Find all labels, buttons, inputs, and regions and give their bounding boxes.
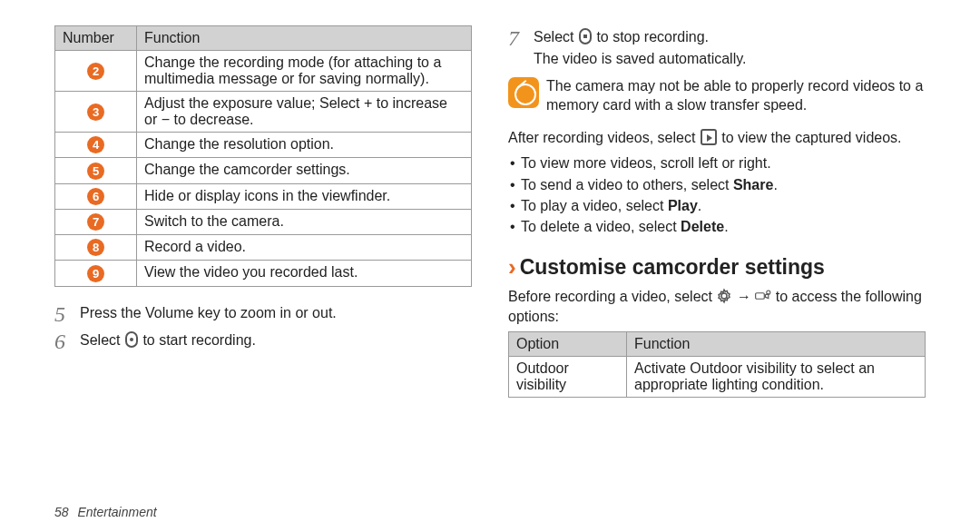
col-header-function: Function	[137, 26, 472, 51]
section-name: Entertainment	[77, 505, 156, 519]
row-badge: 5	[87, 163, 104, 180]
row-badge: 6	[87, 188, 104, 205]
page-footer: 58 Entertainment	[54, 505, 157, 519]
step-7: 7 Select to stop recording. The video is…	[508, 27, 926, 70]
row-badge: 3	[87, 103, 104, 121]
list-item: To delete a video, select Delete.	[508, 216, 926, 237]
row-badge: 4	[87, 136, 104, 153]
record-icon	[125, 331, 138, 348]
option-function: Activate Outdoor visibility to select an…	[627, 357, 926, 398]
note-callout: The camera may not be able to properly r…	[508, 77, 926, 115]
heading-intro: Before recording a video, select → to ac…	[508, 287, 926, 326]
table-row: 8 Record a video.	[55, 235, 472, 261]
step-5: 5 Press the Volume key to zoom in or out…	[54, 303, 472, 325]
page-number: 58	[54, 505, 69, 519]
row-badge: 2	[87, 63, 104, 80]
section-heading: ›Customise camcorder settings	[508, 253, 926, 281]
table-row: Outdoor visibility Activate Outdoor visi…	[509, 357, 926, 398]
table-row: 9 View the video you recorded last.	[55, 261, 472, 286]
function-table: Number Function 2 Change the recording m…	[54, 25, 472, 287]
row-function: View the video you recorded last.	[137, 261, 472, 286]
row-badge: 7	[87, 213, 104, 231]
row-function: Hide or display icons in the viewfinder.	[137, 183, 472, 209]
table-row: 2 Change the recording mode (for attachi…	[55, 51, 472, 92]
step-6: 6 Select to start recording.	[54, 330, 472, 352]
table-row: 7 Switch to the camera.	[55, 209, 472, 234]
list-item: To send a video to others, select Share.	[508, 174, 926, 195]
step-text-line2: The video is saved automatically.	[534, 49, 926, 69]
row-function: Change the camcorder settings.	[137, 158, 472, 183]
after-recording-text: After recording videos, select to view t…	[508, 128, 926, 148]
step-number: 5	[54, 303, 71, 325]
stop-icon	[579, 28, 592, 44]
camcorder-gear-icon	[755, 288, 771, 304]
row-function: Change the recording mode (for attaching…	[137, 51, 472, 92]
options-table: Option Function Outdoor visibility Activ…	[508, 331, 926, 398]
option-name: Outdoor visibility	[509, 357, 627, 398]
row-function: Adjust the exposure value; Select + to i…	[137, 92, 472, 133]
gear-icon	[716, 288, 732, 304]
col-header-number: Number	[55, 26, 137, 51]
note-icon	[508, 77, 539, 108]
play-box-icon	[701, 129, 717, 145]
row-badge: 8	[87, 239, 104, 256]
step-number: 6	[54, 330, 71, 352]
table-row: 4 Change the resolution option.	[55, 133, 472, 158]
table-row: 6 Hide or display icons in the viewfinde…	[55, 183, 472, 209]
table-row: 5 Change the camcorder settings.	[55, 158, 472, 183]
step-text: Select to start recording.	[80, 330, 472, 350]
step-text: Press the Volume key to zoom in or out.	[80, 303, 472, 323]
list-item: To play a video, select Play.	[508, 195, 926, 216]
chevron-icon: ›	[508, 253, 516, 281]
note-text: The camera may not be able to properly r…	[546, 77, 926, 115]
right-column: 7 Select to stop recording. The video is…	[508, 25, 926, 414]
row-function: Record a video.	[137, 235, 472, 261]
bullet-list: To view more videos, scroll left or righ…	[508, 153, 926, 237]
col-header-option: Option	[509, 332, 627, 357]
step-text: Select to stop recording.	[534, 27, 926, 47]
row-badge: 9	[87, 265, 104, 282]
table-row: 3 Adjust the exposure value; Select + to…	[55, 92, 472, 133]
step-number: 7	[508, 27, 524, 70]
row-function: Change the resolution option.	[137, 133, 472, 158]
list-item: To view more videos, scroll left or righ…	[508, 153, 926, 173]
left-column: Number Function 2 Change the recording m…	[54, 25, 472, 414]
row-function: Switch to the camera.	[137, 209, 472, 234]
col-header-function: Function	[627, 332, 926, 357]
